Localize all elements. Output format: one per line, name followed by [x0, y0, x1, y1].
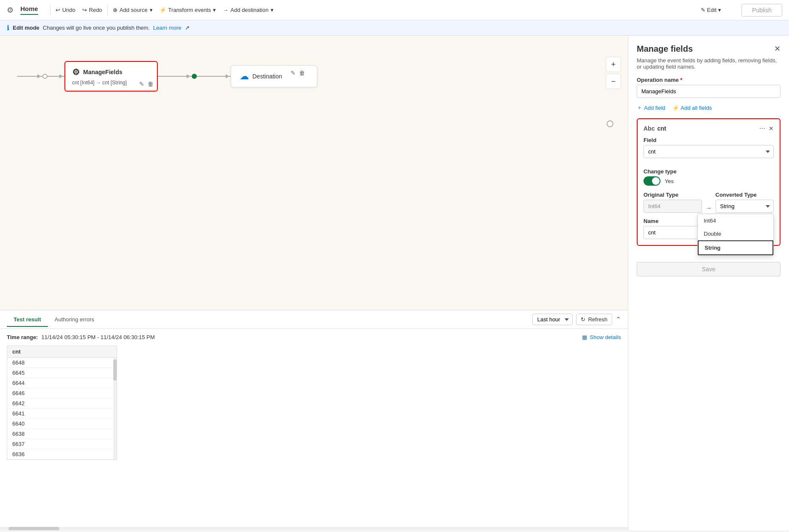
home-tab[interactable]: Home — [20, 5, 38, 15]
nav-divider-1 — [50, 5, 50, 15]
add-source-chevron-icon: ▾ — [150, 7, 153, 13]
bottom-tab-actions: Last hour ↻ Refresh ⌃ — [532, 314, 621, 325]
table-body: 6648 6645 6644 6646 6642 6641 6640 6638 … — [7, 358, 117, 460]
field-card-title: Abc cnt — [644, 125, 666, 132]
table-row: 6645 — [7, 368, 117, 378]
add-source-icon: ⊕ — [113, 7, 118, 13]
right-panel: Manage fields ✕ Manage the event fields … — [628, 36, 789, 530]
type-row: Original Type → Converted Type String In… — [644, 192, 774, 213]
field-type-icon: Abc — [644, 125, 655, 132]
table-scrollbar[interactable] — [113, 358, 117, 460]
edit-node-button[interactable]: ✎ — [139, 81, 144, 87]
canvas-area[interactable]: ⚙ ManageFields cnt [Int64] → cnt [String… — [0, 36, 628, 530]
tab-authoring-errors[interactable]: Authoring errors — [48, 312, 101, 327]
publish-button[interactable]: Publish — [741, 4, 782, 17]
data-table: cnt 6648 6645 6644 6646 6642 6641 6640 6… — [7, 345, 117, 460]
node-actions: ✎ 🗑 — [139, 81, 154, 87]
manage-fields-node[interactable]: ⚙ ManageFields cnt [Int64] → cnt [String… — [64, 61, 158, 92]
horizontal-scrollbar[interactable] — [0, 527, 628, 530]
field-more-options-button[interactable]: ⋯ — [759, 125, 765, 132]
change-type-label: Change type — [644, 168, 774, 175]
required-marker: * — [680, 77, 683, 83]
converted-type-col: Converted Type String Int64 Double Strin… — [716, 192, 774, 213]
node-desc: cnt [Int64] → cnt [String] — [72, 80, 150, 86]
time-range-select[interactable]: Last hour — [532, 314, 573, 325]
destination-node[interactable]: ☁ Destination ✎ 🗑 — [231, 65, 317, 87]
field-card-cnt: Abc cnt ⋯ ✕ Field cnt Change type Ye — [637, 118, 781, 246]
edit-mode-label: Edit mode — [13, 25, 39, 31]
node-title: ⚙ ManageFields — [72, 67, 150, 77]
change-type-toggle[interactable] — [644, 176, 660, 186]
option-double[interactable]: Double — [698, 227, 773, 240]
converted-type-dropdown-container: String Int64 Double String — [716, 200, 774, 213]
option-string[interactable]: String — [698, 240, 773, 255]
converted-type-select[interactable]: String — [716, 200, 774, 213]
show-details-icon: ▦ — [582, 334, 587, 340]
field-card-actions: ⋯ ✕ — [759, 125, 774, 132]
refresh-icon: ↻ — [581, 316, 585, 323]
table-row: 6640 — [7, 419, 117, 429]
edit-dest-button[interactable]: ✎ — [291, 70, 296, 76]
original-type-input — [644, 200, 702, 213]
top-navbar: ⚙ Home ↩ Undo ↪ Redo ⊕ Add source ▾ ⚡ Tr… — [0, 0, 789, 20]
redo-button[interactable]: ↪ Redo — [79, 5, 106, 15]
external-link-icon: ↗ — [185, 25, 190, 31]
table-row: 6646 — [7, 388, 117, 398]
add-destination-icon: → — [223, 7, 228, 13]
table-header: cnt — [7, 346, 117, 358]
zoom-out-button[interactable]: − — [606, 74, 621, 89]
h-scrollbar-thumb — [8, 527, 59, 530]
dest-actions: ✎ 🗑 — [291, 70, 305, 76]
panel-title: Manage fields — [637, 44, 693, 54]
edit-icon: ✎ — [701, 7, 705, 13]
table-row: 6637 — [7, 439, 117, 449]
operation-name-label: Operation name * — [637, 77, 781, 83]
connector-line-2 — [197, 76, 231, 77]
add-all-fields-button[interactable]: ⚡ Add all fields — [672, 105, 712, 111]
option-int64[interactable]: Int64 — [698, 214, 773, 227]
operation-name-input[interactable] — [637, 85, 781, 98]
panel-description: Manage the event fields by adding fields… — [637, 57, 781, 70]
toggle-row: Yes — [644, 176, 774, 186]
field-close-button[interactable]: ✕ — [769, 125, 774, 132]
add-destination-button[interactable]: → Add destination ▾ — [219, 5, 277, 15]
toggle-thumb — [652, 177, 660, 185]
flow-container: ⚙ ManageFields cnt [Int64] → cnt [String… — [17, 61, 317, 92]
delete-dest-button[interactable]: 🗑 — [299, 70, 305, 76]
add-field-button[interactable]: ＋ Add field — [637, 104, 666, 111]
expand-button[interactable]: ⌃ — [616, 315, 621, 323]
refresh-button[interactable]: ↻ Refresh — [576, 314, 612, 325]
destination-label: Destination — [252, 73, 282, 80]
field-select[interactable]: cnt — [644, 145, 774, 158]
undo-button[interactable]: ↩ Undo — [52, 5, 79, 15]
tab-test-result[interactable]: Test result — [7, 312, 48, 327]
undo-icon: ↩ — [56, 7, 60, 13]
transform-events-button[interactable]: ⚡ Transform events ▾ — [156, 5, 220, 15]
input-flow-line — [17, 76, 42, 77]
bottom-panel: Test result Authoring errors Last hour ↻… — [0, 310, 628, 530]
add-source-button[interactable]: ⊕ Add source ▾ — [109, 5, 156, 15]
zoom-circle — [607, 120, 613, 127]
learn-more-link[interactable]: Learn more — [153, 25, 181, 31]
time-range-info: Time range: 11/14/24 05:30:15 PM - 11/14… — [7, 334, 621, 340]
show-details-button[interactable]: ▦ Show details — [582, 334, 621, 340]
input-circle — [42, 74, 48, 79]
table-row: 6641 — [7, 409, 117, 419]
add-field-icon: ＋ — [637, 104, 642, 111]
zoom-in-button[interactable]: + — [606, 57, 621, 72]
bottom-tabs: Test result Authoring errors Last hour ↻… — [0, 310, 628, 329]
close-panel-button[interactable]: ✕ — [774, 44, 781, 53]
converted-type-dropdown-popup[interactable]: Int64 Double String — [697, 214, 774, 256]
add-destination-chevron-icon: ▾ — [271, 7, 274, 13]
arrow-separator: → — [705, 192, 712, 212]
time-range-label: Time range: — [7, 334, 38, 340]
field-card-header: Abc cnt ⋯ ✕ — [644, 125, 774, 132]
add-fields-row: ＋ Add field ⚡ Add all fields — [637, 104, 781, 111]
original-type-col: Original Type — [644, 192, 702, 213]
settings-icon[interactable]: ⚙ — [7, 6, 14, 15]
lightning-icon: ⚡ — [672, 105, 679, 111]
table-row: 6642 — [7, 398, 117, 409]
save-button[interactable]: Save — [637, 262, 781, 276]
edit-button[interactable]: ✎ Edit ▾ — [701, 7, 721, 13]
delete-node-button[interactable]: 🗑 — [148, 81, 154, 87]
